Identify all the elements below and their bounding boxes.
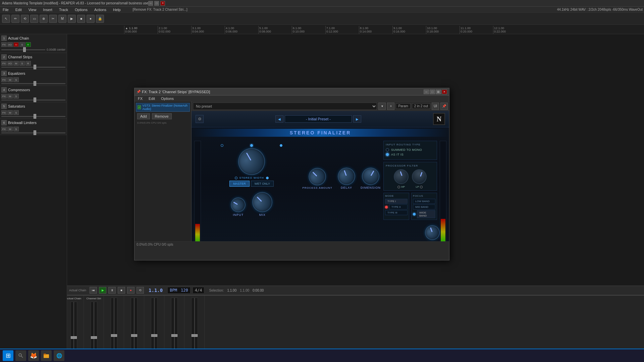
track-fader-4[interactable] xyxy=(1,100,65,101)
play-btn[interactable]: ▶ xyxy=(99,287,106,294)
track-solo-button-2[interactable]: S xyxy=(19,61,25,66)
track-record-button-1[interactable]: R xyxy=(25,42,31,47)
toolbar-cursor[interactable]: ↖ xyxy=(2,15,10,23)
fx-bypass-checkbox[interactable]: ✓ xyxy=(138,105,141,109)
master-btn[interactable]: MASTER xyxy=(229,181,250,187)
loop-btn[interactable]: ⟲ xyxy=(137,287,144,294)
track-mute-button-6[interactable]: M xyxy=(7,127,13,131)
track-mute-button-1[interactable]: M xyxy=(13,42,19,47)
track-fx-button-1[interactable]: FX xyxy=(1,42,7,47)
menu-actions[interactable]: Actions xyxy=(93,8,108,12)
taskbar-folder-icon[interactable] xyxy=(41,350,52,361)
track-io-button-1[interactable]: I/O xyxy=(7,42,13,47)
io-display[interactable]: 2 in 2 out xyxy=(412,103,430,109)
toolbar-loop[interactable]: ⟲ xyxy=(21,15,29,23)
toolbar-lock[interactable]: 🔒 xyxy=(96,15,104,23)
start-btn[interactable]: ⊞ xyxy=(3,350,13,361)
track-fx-button-5[interactable]: FX xyxy=(1,110,7,115)
track-solo-button-4[interactable]: S xyxy=(13,94,19,99)
track-fader-3[interactable] xyxy=(1,83,65,84)
menu-edit[interactable]: Edit xyxy=(14,8,23,12)
toolbar-play[interactable]: ▶ xyxy=(68,15,76,23)
toolbar-record[interactable]: ● xyxy=(87,15,95,23)
track-mute-button-5[interactable]: M xyxy=(7,110,13,115)
preset-add-btn[interactable]: + xyxy=(387,103,394,110)
summed-to-mono-radio[interactable] xyxy=(386,148,389,152)
low-band-btn[interactable]: LOW BAND xyxy=(413,199,435,204)
ui-btn[interactable]: UI xyxy=(432,103,439,110)
track-mute-button-4[interactable]: M xyxy=(7,94,13,99)
type-3-btn[interactable]: TYPE III xyxy=(385,210,408,215)
track-fader-1[interactable] xyxy=(1,49,45,50)
toolbar-split[interactable]: ✂ xyxy=(49,15,57,23)
sf-settings-button[interactable]: ⚙ xyxy=(196,115,204,123)
track-fx-button-6[interactable]: FX xyxy=(1,127,7,131)
track-solo-button-6[interactable]: S xyxy=(13,127,19,131)
record-btn[interactable]: ● xyxy=(127,287,135,294)
track-solo-button-5[interactable]: S xyxy=(13,110,19,115)
fx-list-item-1[interactable]: ✓ VST3: Stereo Finalizer (NoiseAsh Audio… xyxy=(136,103,190,112)
stereo-width-knob[interactable] xyxy=(233,143,270,180)
preset-dropdown-btn[interactable]: ▾ xyxy=(378,103,386,110)
pause-btn[interactable]: ⏸ xyxy=(108,287,116,294)
mid-band-btn[interactable]: MID BAND xyxy=(413,204,435,209)
toolbar-select[interactable]: ▭ xyxy=(30,15,38,23)
minimize-button[interactable]: ─ xyxy=(148,1,153,6)
track-solo-button-3[interactable]: S xyxy=(13,77,19,82)
fx-remove-button[interactable]: Remove xyxy=(152,113,172,119)
taskbar-firefox-icon[interactable]: 🦊 xyxy=(28,350,39,361)
fx-add-button[interactable]: Add xyxy=(137,113,150,119)
toolbar-zoom[interactable]: ⊕ xyxy=(40,15,48,23)
fx-undock-btn[interactable]: ⊞ xyxy=(436,89,441,94)
menu-file[interactable]: File xyxy=(1,8,10,12)
track-solo-button-1[interactable]: S xyxy=(19,42,25,47)
delay-knob[interactable] xyxy=(335,165,358,188)
menu-options[interactable]: Options xyxy=(73,8,89,12)
lp-knob[interactable] xyxy=(409,166,430,187)
close-button[interactable]: ✕ xyxy=(160,1,165,6)
menu-track[interactable]: Track xyxy=(58,8,69,12)
maximize-button[interactable]: □ xyxy=(154,1,159,6)
fx-menu-edit[interactable]: Edit xyxy=(147,97,156,101)
preset-select[interactable]: No preset xyxy=(193,103,377,110)
output-knob[interactable] xyxy=(423,223,442,241)
taskbar-chrome-icon[interactable]: 🌐 xyxy=(54,350,64,361)
track-mute-button-2[interactable]: M xyxy=(13,61,19,66)
hp-knob[interactable] xyxy=(394,169,409,184)
pin-btn[interactable]: 📌 xyxy=(440,103,448,110)
track-fader-6[interactable] xyxy=(1,132,65,133)
dimension-knob[interactable] xyxy=(359,164,382,188)
menu-help[interactable]: Help xyxy=(112,8,122,12)
stop-btn[interactable]: ■ xyxy=(118,287,125,294)
track-fx-button-3[interactable]: FX xyxy=(1,77,7,82)
track-mute-button-3[interactable]: M xyxy=(7,77,13,82)
fx-menu-options[interactable]: Options xyxy=(160,97,175,101)
toolbar-pencil[interactable]: ✏ xyxy=(11,15,19,23)
fx-minimize-btn[interactable]: ─ xyxy=(424,89,429,94)
sf-next-btn[interactable]: ▶ xyxy=(353,115,361,123)
param-btn[interactable]: Param xyxy=(396,103,410,109)
track-record-button-2[interactable]: R xyxy=(25,61,31,66)
track-fx-button-2[interactable]: FX xyxy=(1,61,7,66)
track-fader-5[interactable] xyxy=(1,116,65,117)
menu-view[interactable]: View xyxy=(27,8,38,12)
toolbar-mute[interactable]: M xyxy=(58,15,66,23)
mix-knob[interactable] xyxy=(248,188,277,217)
toolbar-stop[interactable]: ■ xyxy=(77,15,85,23)
type-2-btn[interactable]: TYPE II xyxy=(389,204,408,209)
input-knob[interactable] xyxy=(228,195,248,215)
process-amount-knob[interactable] xyxy=(305,164,330,189)
wide-band-btn[interactable]: WIDE BAND xyxy=(417,210,435,218)
track-io-button-2[interactable]: I/O xyxy=(7,61,13,66)
wet-only-btn[interactable]: WET ONLY xyxy=(251,181,274,187)
as-it-is-radio[interactable] xyxy=(386,153,389,156)
fx-close-btn[interactable]: ✕ xyxy=(442,89,447,94)
track-fx-button-4[interactable]: FX xyxy=(1,94,7,99)
track-fader-2[interactable] xyxy=(1,67,65,68)
fx-restore-btn[interactable]: □ xyxy=(430,89,435,94)
menu-insert[interactable]: Insert xyxy=(42,8,54,12)
fx-menu-fx[interactable]: FX xyxy=(137,97,144,101)
go-start-btn[interactable]: ⏮ xyxy=(90,287,97,294)
type-1-btn[interactable]: TYPE I xyxy=(385,199,408,204)
timeline[interactable]: ▲ 1.1.00 0:00.000 2.1.00 0:02.000 3.1.00… xyxy=(0,25,644,34)
